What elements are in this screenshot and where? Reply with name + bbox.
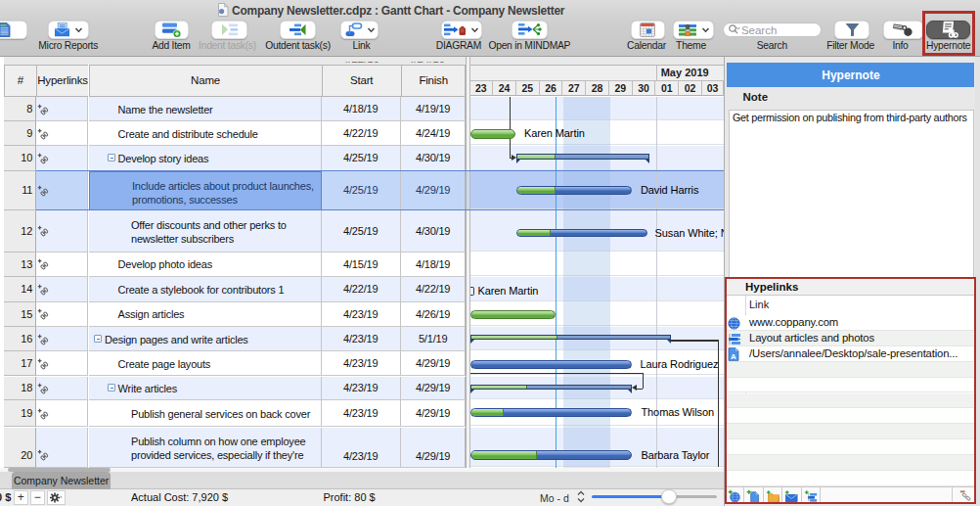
column-header-start[interactable]: Start [322,65,401,97]
collapse-expander-icon[interactable] [108,384,115,391]
add-hyperlink-icon[interactable] [37,225,49,239]
timescale-stepper[interactable] [576,490,586,503]
task-bar-row-17[interactable] [470,360,632,368]
row-start-cell[interactable]: 4/25/19 [322,210,401,253]
zoom-in-button[interactable]: + [14,490,29,506]
row-num[interactable]: 14 [4,277,36,301]
zoom-out-button[interactable]: − [30,490,46,506]
row-name-cell[interactable]: Create a stylebook for contributors 1 [89,277,322,301]
row-start-cell[interactable]: 4/15/19 [322,253,401,278]
summary-bar-row-16[interactable] [470,335,671,340]
row-name-cell[interactable]: Assign articles [89,302,322,327]
summary-bar-row-10[interactable] [516,154,649,160]
row-hyperlink-cell[interactable] [36,327,89,351]
filter-mode-button[interactable] [834,21,870,39]
add-hyperlink-icon[interactable] [37,383,49,396]
add-hyperlink-icon[interactable] [37,128,49,142]
mindmap-button[interactable] [512,21,548,39]
indent-button[interactable] [211,21,247,39]
row-name-cell[interactable]: Include articles about product launches,… [89,171,322,210]
outdent-button[interactable] [280,21,316,39]
column-header-name[interactable]: Name [89,65,322,97]
row-num[interactable]: 13 [4,253,36,278]
add-hyperlink-icon[interactable] [37,284,49,298]
collapse-expander-icon[interactable] [108,154,115,161]
row-num[interactable]: 10 [4,146,36,171]
row-start-cell[interactable]: 4/23/19 [322,400,401,427]
task-bar-row-12[interactable] [516,229,647,238]
calendar-button[interactable] [631,21,665,39]
task-bar-row-15[interactable] [470,310,556,319]
theme-button[interactable] [673,21,714,39]
row-num[interactable]: 19 [4,400,36,427]
row-num[interactable]: 8 [4,97,36,121]
row-hyperlink-cell[interactable] [36,97,89,121]
row-start-cell[interactable]: 4/18/19 [322,97,401,121]
task-bar-row-20[interactable] [470,450,632,460]
row-num[interactable]: 15 [4,302,36,327]
row-name-cell[interactable]: Create and distribute schedule [89,121,322,146]
row-finish-cell[interactable]: 4/18/19 [401,253,467,278]
task-bar-endcap-row-14[interactable] [469,287,474,296]
row-hyperlink-cell[interactable] [36,302,89,327]
row-finish-cell[interactable]: 4/30/19 [401,146,467,171]
row-name-cell[interactable]: Offer discounts and other perks tonewsle… [89,210,322,253]
link-button[interactable] [340,21,379,39]
row-hyperlink-cell[interactable] [36,377,89,401]
row-hyperlink-cell[interactable] [36,146,89,171]
report-button[interactable] [0,21,27,39]
row-num[interactable]: 18 [4,377,36,401]
row-hyperlink-cell[interactable] [36,428,89,468]
row-hyperlink-cell[interactable] [36,351,89,376]
row-finish-cell[interactable]: 4/29/19 [401,351,467,376]
row-finish-cell[interactable]: 4/29/19 [401,171,467,210]
row-start-cell[interactable]: 4/23/19 [322,302,401,327]
summary-bar-row-18[interactable] [470,385,632,390]
row-finish-cell[interactable]: 4/29/19 [401,377,467,401]
row-hyperlink-cell[interactable] [36,277,89,301]
row-num[interactable]: 11 [4,171,36,210]
micro-reports-button[interactable] [48,21,89,39]
add-hyperlink-icon[interactable] [37,358,49,372]
row-start-cell[interactable]: 4/25/19 [322,146,401,171]
row-finish-cell[interactable]: 4/29/19 [401,400,467,427]
row-start-cell[interactable]: 4/23/19 [322,428,401,468]
row-name-cell[interactable]: Design pages and write articles [89,327,322,351]
note-textarea[interactable] [729,110,975,278]
row-finish-cell[interactable]: 5/1/19 [401,327,467,351]
row-start-cell[interactable]: 4/23/19 [322,351,401,376]
row-num[interactable]: 9 [4,121,36,146]
row-num[interactable]: 16 [4,327,36,351]
add-hyperlink-icon[interactable] [37,185,49,199]
row-finish-cell[interactable]: 4/22/19 [401,277,467,301]
row-name-cell[interactable]: Publish column on how one employeeprovid… [89,428,322,468]
diagram-button[interactable] [441,21,482,39]
add-hyperlink-icon[interactable] [37,334,49,347]
zoom-slider-track[interactable] [592,495,670,498]
collapse-expander-icon[interactable] [94,335,102,343]
row-hyperlink-cell[interactable] [36,210,89,253]
info-button[interactable] [883,21,922,39]
settings-gear-button[interactable] [47,490,66,506]
add-hyperlink-icon[interactable] [37,449,49,463]
column-header-num[interactable]: # [4,65,36,97]
row-hyperlink-cell[interactable] [36,171,89,210]
row-name-cell[interactable]: Name the newsletter [89,97,322,121]
search-input[interactable]: Search [723,23,823,37]
row-name-cell[interactable]: Develop story ideas [89,146,322,171]
row-start-cell[interactable]: 4/25/19 [322,171,401,210]
tab-company-newsletter[interactable]: Company Newsletter [12,472,111,489]
row-finish-cell[interactable]: 4/24/19 [401,121,467,146]
row-start-cell[interactable]: 4/22/19 [322,121,401,146]
row-name-cell[interactable]: Create page layouts [89,351,322,376]
add-item-button[interactable] [155,21,189,39]
row-name-cell[interactable]: Write articles [89,377,322,401]
row-num[interactable]: 17 [4,351,36,376]
row-start-cell[interactable]: 4/23/19 [322,377,401,401]
add-hyperlink-icon[interactable] [37,153,49,166]
task-bar-row-11[interactable] [516,186,631,195]
row-hyperlink-cell[interactable] [36,121,89,146]
row-num[interactable]: 20 [4,428,36,468]
column-header-finish[interactable]: Finish [401,65,467,97]
table-gantt-splitter[interactable] [466,57,470,472]
